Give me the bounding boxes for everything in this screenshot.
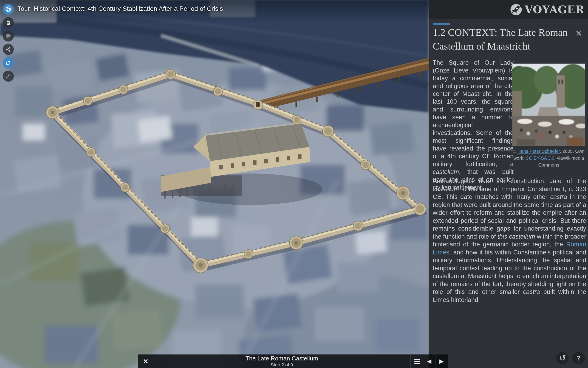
menu-icon	[414, 361, 420, 362]
comment-icon	[5, 33, 11, 39]
square-photo	[512, 64, 585, 146]
help-button[interactable]: ?	[572, 352, 585, 364]
tour-step-title: The Late Roman Castellum	[246, 355, 318, 362]
globe-tours-button[interactable]	[3, 4, 14, 15]
section-accent-bar	[433, 23, 450, 25]
next-step-button[interactable]: ▶	[435, 354, 448, 368]
share-button[interactable]	[3, 44, 14, 55]
inline-link[interactable]: Hans Peter Schaefer	[518, 149, 560, 154]
text-segment: castra	[550, 193, 567, 200]
tools-icon	[5, 73, 11, 79]
article-paragraph-2: Archaeologists date the construction dat…	[433, 177, 586, 304]
rocket-icon	[510, 3, 522, 16]
tour-title: Tour: Historical Context: 4th Century St…	[18, 5, 223, 12]
text-segment: castellum	[433, 186, 459, 193]
article-paragraph-1: The Square of Our Lady (Onze Lieve Vrouw…	[433, 59, 514, 191]
satellite-map-scene	[0, 0, 429, 368]
article-icon	[5, 19, 11, 26]
share-icon	[5, 46, 11, 53]
article-title: 1.2 CONTEXT: The Late Roman Castellum of…	[433, 26, 568, 53]
voyager-logo: VOYAGER	[510, 3, 588, 16]
article-image	[512, 64, 585, 146]
tour-step-info: The Late Roman Castellum Step 2 of 9	[153, 354, 410, 368]
close-article-button[interactable]: ×	[576, 28, 582, 38]
panel-header: VOYAGER	[429, 0, 588, 19]
text-segment: this castellum	[498, 233, 535, 240]
tour-step-count: Step 2 of 9	[271, 362, 293, 368]
tour-controls: ◀ ▶	[410, 354, 448, 368]
brand-name: VOYAGER	[525, 3, 584, 16]
text-segment: Archaeologists date the construction dat…	[433, 178, 586, 184]
next-icon: ▶	[439, 358, 444, 365]
reset-icon: ↺	[559, 354, 566, 362]
fullscreen-button[interactable]	[3, 57, 14, 68]
exit-tour-button[interactable]: ×	[138, 354, 153, 368]
text-segment: castellum	[433, 168, 459, 175]
help-icon: ?	[577, 354, 581, 362]
previous-step-button[interactable]: ◀	[423, 354, 435, 368]
3d-viewport[interactable]: Tour: Historical Context: 4th Century St…	[0, 0, 429, 368]
tools-button[interactable]	[3, 71, 14, 82]
fullscreen-icon	[5, 60, 11, 66]
reset-view-button[interactable]: ↺	[556, 352, 569, 364]
previous-icon: ◀	[427, 358, 431, 365]
tour-menu-button[interactable]	[410, 354, 423, 368]
globe-icon	[5, 6, 12, 13]
inline-link[interactable]: CC BY-SA 3.0,	[526, 156, 556, 161]
text-segment: castra	[523, 288, 540, 295]
text-segment: The Square of Our Lady (Onze Lieve Vrouw…	[433, 59, 514, 167]
story-panel: VOYAGER 1.2 CONTEXT: The Late Roman Cast…	[429, 0, 588, 368]
corner-tower	[46, 106, 59, 119]
tour-navigation-bar: × The Late Roman Castellum Step 2 of 9 ◀…	[138, 354, 448, 368]
comment-button[interactable]	[3, 30, 14, 42]
text-segment: ©	[513, 149, 518, 154]
voyager-app: Tour: Historical Context: 4th Century St…	[0, 0, 588, 368]
image-credit: © Hans Peter Schaefer, 2005. Own work, C…	[511, 148, 587, 168]
article-button[interactable]	[3, 17, 14, 28]
